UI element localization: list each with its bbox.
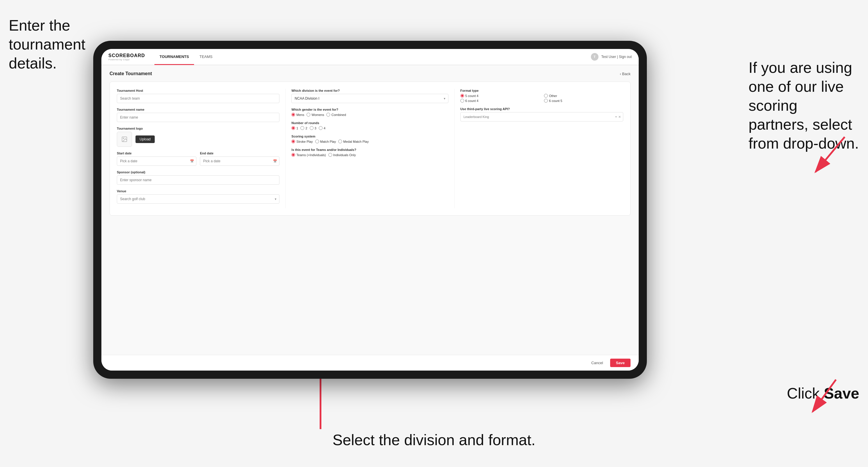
form-col-3: Format type 5 count 4 Other — [455, 89, 623, 208]
rounds-radio-group: 1 2 3 4 — [291, 126, 448, 130]
form-col-1: Tournament Host Tournament name Tourname… — [117, 89, 285, 208]
upload-button[interactable]: Upload — [135, 135, 155, 143]
scoring-match[interactable]: Match Play — [315, 139, 336, 143]
avatar: T — [591, 53, 598, 61]
main-content: Create Tournament Back Tournament Host T… — [101, 65, 639, 355]
svg-line-2 — [815, 137, 845, 172]
rounds-group: Number of rounds 1 2 — [291, 121, 448, 130]
rounds-2[interactable]: 2 — [301, 126, 307, 130]
nav-tab-teams[interactable]: TEAMS — [194, 49, 218, 65]
svg-line-3 — [813, 380, 836, 412]
nav-right: T Test User | Sign out — [591, 53, 632, 61]
event-for-radio-group: Teams (+Individuals) Individuals Only — [291, 153, 448, 157]
form-footer: Cancel Save — [101, 355, 639, 371]
logo-placeholder — [117, 132, 132, 147]
app-logo: SCOREBOARD Powered by Clippi — [108, 53, 145, 61]
event-for-group: Is this event for Teams and/or Individua… — [291, 148, 448, 157]
live-scoring-group: Use third-party live scoring API? ✕ ▾ — [460, 107, 623, 122]
format-6count5[interactable]: 6 count 5 — [544, 99, 623, 102]
tournament-host-group: Tournament Host — [117, 89, 279, 103]
tournament-logo-label: Tournament logo — [117, 127, 279, 130]
save-button[interactable]: Save — [610, 359, 630, 367]
event-for-label: Is this event for Teams and/or Individua… — [291, 148, 448, 152]
arrow-save — [748, 377, 850, 429]
scoring-stroke[interactable]: Stroke Play — [291, 139, 313, 143]
tournament-logo-group: Tournament logo Upload — [117, 127, 279, 147]
rounds-4[interactable]: 4 — [319, 126, 326, 130]
sponsor-label: Sponsor (optional) — [117, 170, 279, 174]
rounds-3[interactable]: 3 — [310, 126, 316, 130]
gender-radio-group: Mens Womens Combined — [291, 113, 448, 117]
back-button[interactable]: Back — [620, 72, 630, 76]
gender-womens[interactable]: Womens — [307, 113, 324, 117]
format-other[interactable]: Other — [544, 94, 623, 98]
gender-group: Which gender is the event for? Mens Wome… — [291, 108, 448, 117]
start-date-input[interactable] — [117, 156, 196, 166]
division-group: Which division is the event for? NCAA Di… — [291, 89, 448, 103]
nav-tab-tournaments[interactable]: TOURNAMENTS — [154, 49, 194, 65]
form-header: Create Tournament Back — [110, 71, 630, 76]
cancel-button[interactable]: Cancel — [587, 359, 607, 367]
format-type-radio-group: 5 count 4 Other 6 count 4 — [460, 94, 623, 102]
venue-label: Venue — [117, 189, 279, 193]
form-body: Tournament Host Tournament name Tourname… — [110, 82, 630, 216]
scoring-label: Scoring system — [291, 134, 448, 138]
arrow-live-scoring — [734, 134, 856, 192]
tournament-name-label: Tournament name — [117, 108, 279, 111]
user-info: Test User | Sign out — [601, 55, 632, 59]
event-individuals[interactable]: Individuals Only — [329, 153, 356, 157]
dropdown-icon[interactable]: ▾ — [615, 115, 617, 118]
tournament-host-input[interactable] — [117, 94, 279, 103]
rounds-1[interactable]: 1 — [291, 126, 298, 130]
logo-upload-area: Upload — [117, 132, 279, 147]
date-group: Start date 📅 End date 📅 — [117, 152, 279, 166]
navbar: SCOREBOARD Powered by Clippi TOURNAMENTS… — [101, 49, 639, 65]
format-6count4[interactable]: 6 count 4 — [460, 99, 539, 102]
format-type-label: Format type — [460, 89, 623, 92]
end-date-input[interactable] — [200, 156, 279, 166]
sponsor-input[interactable] — [117, 176, 279, 185]
format-type-group: Format type 5 count 4 Other — [460, 89, 623, 102]
division-select[interactable]: NCAA Division I — [291, 94, 448, 103]
tablet-screen: SCOREBOARD Powered by Clippi TOURNAMENTS… — [101, 49, 639, 371]
scoring-radio-group: Stroke Play Match Play Medal Match Play — [291, 139, 448, 143]
live-scoring-label: Use third-party live scoring API? — [460, 107, 623, 111]
tournament-name-group: Tournament name — [117, 108, 279, 122]
tournament-name-input[interactable] — [117, 113, 279, 122]
format-5count4[interactable]: 5 count 4 — [460, 94, 539, 98]
gender-label: Which gender is the event for? — [291, 108, 448, 111]
calendar-end-icon: 📅 — [273, 159, 277, 163]
calendar-icon: 📅 — [190, 159, 194, 163]
app-name: SCOREBOARD — [108, 53, 145, 58]
venue-group: Venue — [117, 189, 279, 204]
form-title: Create Tournament — [110, 71, 152, 76]
annotation-select-division: Select the division and format. — [333, 431, 535, 449]
start-date-label: Start date — [117, 152, 196, 155]
event-teams[interactable]: Teams (+Individuals) — [291, 153, 326, 157]
svg-point-6 — [123, 138, 124, 139]
end-date-label: End date — [200, 152, 279, 155]
scoring-medal[interactable]: Medal Match Play — [338, 139, 369, 143]
gender-combined[interactable]: Combined — [326, 113, 346, 117]
tournament-host-label: Tournament Host — [117, 89, 279, 92]
live-scoring-input[interactable] — [460, 112, 623, 122]
venue-input[interactable] — [117, 194, 279, 204]
sponsor-group: Sponsor (optional) — [117, 170, 279, 185]
gender-mens[interactable]: Mens — [291, 113, 304, 117]
rounds-label: Number of rounds — [291, 121, 448, 125]
live-scoring-select-wrapper: ✕ ▾ — [460, 112, 623, 122]
scoring-group: Scoring system Stroke Play Match Play — [291, 134, 448, 143]
tablet-device: SCOREBOARD Powered by Clippi TOURNAMENTS… — [93, 41, 647, 379]
clear-button[interactable]: ✕ — [618, 115, 621, 119]
nav-tabs: TOURNAMENTS TEAMS — [154, 49, 218, 65]
division-label: Which division is the event for? — [291, 89, 448, 92]
app-sub: Powered by Clippi — [108, 58, 145, 61]
form-col-2: Which division is the event for? NCAA Di… — [285, 89, 454, 208]
